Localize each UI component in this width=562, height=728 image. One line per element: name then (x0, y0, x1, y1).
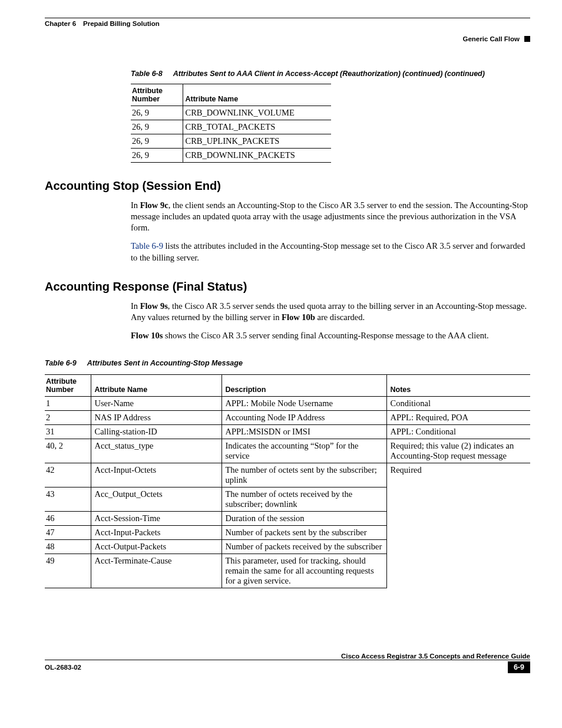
table-6-8-caption: Table 6-8Attributes Sent to AAA Client i… (131, 70, 530, 78)
table-row: 40, 2Acct_status_typeIndicates the accou… (45, 439, 530, 463)
table-row: 26, 9CRB_DOWNLINK_VOLUME (131, 106, 331, 120)
table-row: 26, 9CRB_UPLINK_PACKETS (131, 134, 331, 149)
section-right-label: Generic Call Flow (463, 35, 520, 42)
table-6-9: Attribute Number Attribute Name Descript… (45, 374, 530, 588)
footer: Cisco Access Registrar 3.5 Concepts and … (45, 654, 530, 673)
chapter-title: Prepaid Billing Solution (83, 20, 160, 27)
accent-square-icon (524, 36, 530, 42)
table-row: 26, 9CRB_DOWNLINK_PACKETS (131, 149, 331, 163)
col-header: Description (222, 375, 386, 397)
book-title: Cisco Access Registrar 3.5 Concepts and … (341, 653, 530, 660)
paragraph: In Flow 9c, the client sends an Accounti… (45, 200, 530, 233)
doc-id: OL-2683-02 (45, 664, 81, 671)
table-6-9-link[interactable]: Table 6-9 (131, 241, 163, 251)
col-header: Attribute Number (131, 84, 183, 106)
page-number-badge: 6-9 (508, 661, 530, 673)
heading-accounting-response: Accounting Response (Final Status) (45, 280, 530, 294)
paragraph: Flow 10s shows the Cisco AR 3.5 server s… (45, 330, 530, 341)
table-6-9-caption: Table 6-9Attributes Sent in Accounting-S… (45, 359, 530, 367)
table-row: 2NAS IP AddressAccounting Node IP Addres… (45, 411, 530, 425)
col-header: Attribute Number (45, 375, 91, 397)
table-row: 31Calling-station-IDAPPL:MSISDN or IMSIA… (45, 425, 530, 439)
document-page: Chapter 6 Prepaid Billing Solution Gener… (0, 0, 562, 690)
table-row: 42Acct-Input-OctetsThe number of octets … (45, 463, 530, 487)
table-row: 1User-NameAPPL: Mobile Node UsernameCond… (45, 397, 530, 411)
header: Chapter 6 Prepaid Billing Solution Gener… (45, 18, 530, 42)
col-header: Attribute Name (183, 84, 331, 106)
chapter-number: Chapter 6 (45, 20, 76, 27)
paragraph: In Flow 9s, the Cisco AR 3.5 server send… (45, 301, 530, 323)
table-6-8: Attribute Number Attribute Name 26, 9CRB… (131, 84, 331, 163)
table-row: 26, 9CRB_TOTAL_PACKETS (131, 120, 331, 134)
col-header: Notes (386, 375, 530, 397)
col-header: Attribute Name (91, 375, 222, 397)
paragraph: Table 6-9 lists the attributes included … (45, 241, 530, 263)
heading-accounting-stop: Accounting Stop (Session End) (45, 179, 530, 193)
